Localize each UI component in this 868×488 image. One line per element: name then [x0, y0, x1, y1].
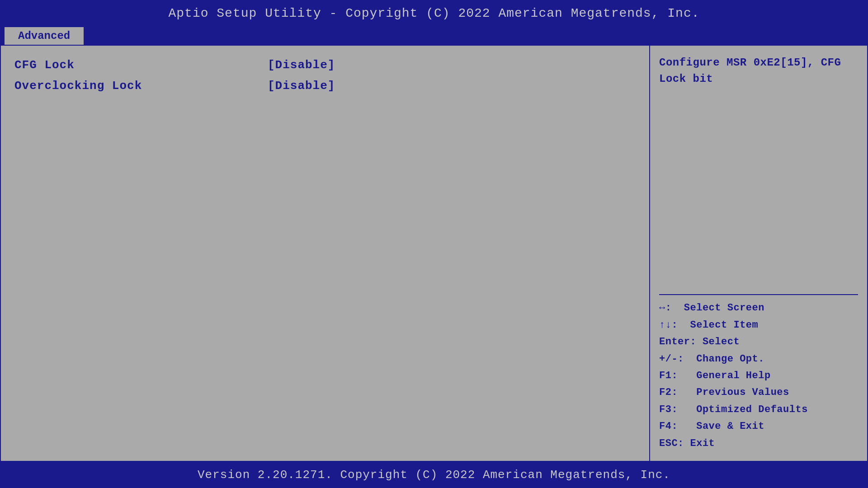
footer-text: Version 2.20.1271. Copyright (C) 2022 Am… [198, 468, 670, 482]
help-description: Configure MSR 0xE2[15], CFG Lock bit [659, 55, 858, 290]
table-row[interactable]: Overclocking Lock [Disable] [14, 75, 636, 96]
app: Aptio Setup Utility - Copyright (C) 2022… [0, 0, 868, 488]
key-f1-help: F1: General Help [659, 367, 858, 384]
tab-advanced[interactable]: Advanced [5, 27, 84, 45]
overclocking-lock-label: Overclocking Lock [14, 79, 268, 93]
cfg-lock-value: [Disable] [268, 58, 335, 72]
settings-panel: CFG Lock [Disable] Overclocking Lock [Di… [1, 46, 650, 461]
tabbar: Advanced [0, 23, 868, 45]
header: Aptio Setup Utility - Copyright (C) 2022… [0, 0, 868, 23]
key-enter-select: Enter: Select [659, 333, 858, 350]
key-select-item: ↑↓: Select Item [659, 317, 858, 333]
key-select-screen: ↔: Select Screen [659, 300, 858, 316]
key-f3-defaults: F3: Optimized Defaults [659, 401, 858, 418]
key-f4-save: F4: Save & Exit [659, 418, 858, 435]
help-panel: Configure MSR 0xE2[15], CFG Lock bit ↔: … [650, 46, 867, 461]
key-f2-previous: F2: Previous Values [659, 384, 858, 401]
overclocking-lock-value: [Disable] [268, 79, 335, 93]
key-change-opt: +/-: Change Opt. [659, 351, 858, 367]
cfg-lock-label: CFG Lock [14, 58, 268, 72]
key-esc-exit: ESC: Exit [659, 435, 858, 452]
table-row[interactable]: CFG Lock [Disable] [14, 55, 636, 75]
divider [659, 294, 858, 295]
header-title: Aptio Setup Utility - Copyright (C) 2022… [169, 6, 700, 20]
main-content: CFG Lock [Disable] Overclocking Lock [Di… [0, 45, 868, 462]
footer: Version 2.20.1271. Copyright (C) 2022 Am… [0, 462, 868, 488]
key-help: ↔: Select Screen ↑↓: Select Item Enter: … [659, 300, 858, 452]
